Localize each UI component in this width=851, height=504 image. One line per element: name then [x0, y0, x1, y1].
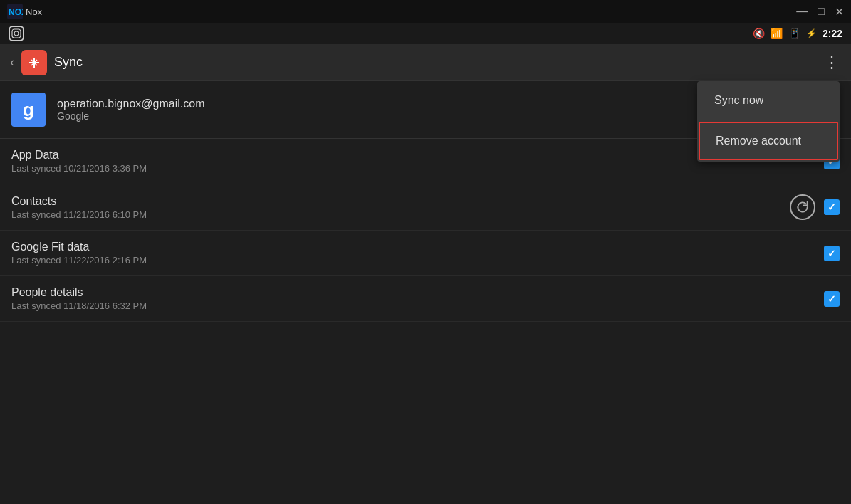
- dropdown-menu: Sync now Remove account: [697, 81, 840, 162]
- content-area: g operation.bignox@gmail.com Google App …: [0, 81, 851, 504]
- account-type: Google: [57, 110, 204, 122]
- contacts-checkbox[interactable]: [824, 199, 840, 215]
- minimize-button[interactable]: —: [796, 5, 808, 18]
- status-bar-left: [9, 26, 24, 41]
- signal-icon: 📱: [788, 28, 800, 39]
- sync-item-google-fit-subtitle: Last synced 11/22/2016 2:16 PM: [11, 255, 147, 266]
- more-options-button[interactable]: ⋮: [824, 55, 841, 70]
- sync-item-contacts-controls: [790, 194, 840, 220]
- sync-item-google-fit-controls: [824, 246, 840, 261]
- sync-item-people-details-controls: [824, 291, 840, 307]
- title-bar: NOX Nox — □ ✕: [0, 0, 851, 23]
- sync-item-app-data-info: App Data Last synced 10/21/2016 3:36 PM: [11, 149, 147, 174]
- remove-account-menu-item[interactable]: Remove account: [699, 122, 838, 160]
- close-button[interactable]: ✕: [835, 5, 844, 19]
- battery-icon: ⚡: [806, 28, 817, 38]
- people-details-checkbox[interactable]: [824, 291, 840, 307]
- sync-item-contacts-subtitle: Last synced 11/21/2016 6:10 PM: [11, 209, 147, 220]
- status-bar: 🔇 📶 📱 ⚡ 2:22: [0, 23, 851, 44]
- nox-logo-icon: NOX: [7, 4, 23, 19]
- sync-item-contacts: Contacts Last synced 11/21/2016 6:10 PM: [0, 184, 851, 231]
- back-button[interactable]: ‹: [10, 55, 14, 70]
- app-bar-title: Sync: [54, 55, 83, 70]
- status-time: 2:22: [823, 28, 842, 39]
- maximize-button[interactable]: □: [818, 5, 825, 18]
- svg-point-3: [14, 31, 19, 36]
- sync-item-people-details-subtitle: Last synced 11/18/2016 6:32 PM: [11, 300, 147, 311]
- account-info: operation.bignox@gmail.com Google: [57, 98, 204, 122]
- nox-logo: NOX Nox: [7, 4, 42, 19]
- title-bar-left: NOX Nox: [7, 4, 42, 19]
- sync-item-people-details-info: People details Last synced 11/18/2016 6:…: [11, 286, 147, 311]
- title-bar-controls: — □ ✕: [796, 5, 844, 19]
- sync-item-contacts-title: Contacts: [11, 195, 147, 208]
- wifi-icon: 📶: [771, 28, 783, 39]
- sync-item-app-data-title: App Data: [11, 149, 147, 162]
- sync-item-google-fit-title: Google Fit data: [11, 241, 147, 253]
- sync-now-menu-item[interactable]: Sync now: [697, 81, 840, 120]
- app-bar-left: ‹ Sync: [10, 50, 83, 75]
- mute-icon: 🔇: [753, 28, 765, 39]
- sync-item-google-fit-info: Google Fit data Last synced 11/22/2016 2…: [11, 241, 147, 266]
- svg-text:NOX: NOX: [9, 7, 23, 17]
- app-bar: ‹ Sync ⋮: [0, 44, 851, 81]
- sync-item-app-data-subtitle: Last synced 10/21/2016 3:36 PM: [11, 163, 147, 174]
- sync-item-google-fit: Google Fit data Last synced 11/22/2016 2…: [0, 231, 851, 276]
- svg-point-4: [19, 31, 20, 32]
- menu-divider: [697, 120, 840, 120]
- sync-app-icon: [21, 50, 47, 75]
- nox-app-title: Nox: [26, 6, 42, 17]
- google-avatar: g: [11, 93, 46, 127]
- sync-item-contacts-info: Contacts Last synced 11/21/2016 6:10 PM: [11, 195, 147, 220]
- status-bar-right: 🔇 📶 📱 ⚡ 2:22: [753, 28, 842, 39]
- svg-rect-2: [12, 29, 21, 38]
- sync-item-people-details-title: People details: [11, 286, 147, 299]
- sync-item-people-details: People details Last synced 11/18/2016 6:…: [0, 276, 851, 322]
- google-fit-checkbox[interactable]: [824, 246, 840, 261]
- contacts-sync-button[interactable]: [790, 194, 815, 220]
- instagram-icon: [9, 26, 24, 41]
- account-email: operation.bignox@gmail.com: [57, 98, 204, 110]
